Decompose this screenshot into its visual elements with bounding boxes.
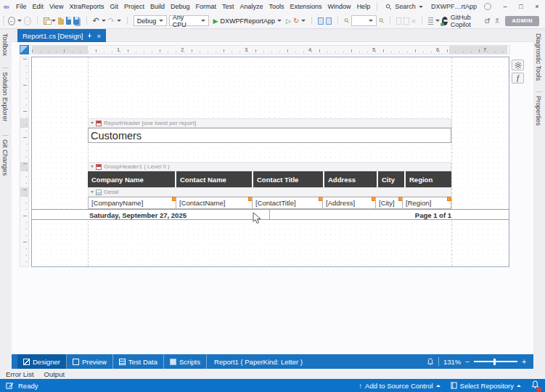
field-cell-contact-name[interactable]: [ContactName]: [176, 197, 253, 209]
save-icon[interactable]: [66, 17, 71, 25]
admin-button[interactable]: ADMIN: [505, 16, 539, 26]
field-cell-city[interactable]: [City]: [375, 197, 403, 209]
zoom-out-button[interactable]: −: [465, 358, 470, 366]
menu-debug[interactable]: Debug: [168, 3, 193, 10]
header-cell-region[interactable]: Region: [406, 171, 451, 187]
pin-icon[interactable]: [87, 33, 92, 38]
open-folder-icon[interactable]: [58, 19, 64, 25]
report-tasks-gear-button[interactable]: [512, 60, 524, 70]
start-debugging-button[interactable]: ▶ DXWPFReportApp: [211, 17, 284, 25]
collapse-chevron-icon[interactable]: [91, 122, 94, 124]
debug-configuration-select[interactable]: Debug: [134, 15, 167, 26]
zoom-out-icon[interactable]: [379, 17, 384, 25]
new-project-icon[interactable]: [44, 17, 49, 25]
hot-reload-dropdown[interactable]: [301, 20, 306, 22]
menu-help[interactable]: Help: [354, 3, 374, 10]
group-header-band-strip[interactable]: GroupHeader1 ( Level 0 ): [88, 162, 451, 171]
menu-build[interactable]: Build: [147, 3, 168, 10]
report-explorer-icon[interactable]: [318, 17, 324, 25]
navigate-back-dropdown[interactable]: [17, 20, 22, 22]
sidebar-tab-solution-explorer[interactable]: Solution Explorer: [1, 72, 9, 122]
detail-band-strip[interactable]: Detail: [88, 187, 451, 197]
title-bar: ∞ File Edit View XtraReports Git Project…: [0, 0, 545, 13]
sidebar-tab-toolbox[interactable]: Toolbox: [1, 33, 9, 56]
new-project-dropdown[interactable]: [52, 20, 56, 22]
tab-preview[interactable]: Preview: [67, 354, 113, 369]
zoom-slider[interactable]: [474, 361, 517, 362]
sidebar-tab-diagnostic-tools[interactable]: Diagnostic Tools: [535, 33, 542, 81]
menu-extensions[interactable]: Extensions: [287, 3, 325, 10]
menu-test[interactable]: Test: [219, 3, 237, 10]
zoom-slider-thumb[interactable]: [493, 359, 496, 365]
smart-tag[interactable]: [447, 197, 451, 201]
menu-edit[interactable]: Edit: [30, 3, 47, 10]
close-button[interactable]: ×: [529, 3, 545, 10]
menu-file[interactable]: File: [13, 3, 30, 10]
maximize-button[interactable]: □: [513, 3, 529, 10]
sidebar-tab-properties[interactable]: Properties: [535, 96, 542, 126]
notifications-button[interactable]: [531, 380, 539, 391]
feedback-icon[interactable]: [484, 3, 491, 10]
navigate-back-icon[interactable]: ←: [8, 17, 15, 25]
undo-icon[interactable]: ↶: [93, 16, 99, 25]
github-copilot-button[interactable]: GitHub Copilot: [442, 14, 479, 28]
field-cell-region[interactable]: [Region]: [402, 197, 451, 209]
arrange-items-icon[interactable]: [428, 17, 433, 25]
report-header-band-strip[interactable]: ReportHeader [one band per report]: [88, 118, 451, 128]
tab-error-list[interactable]: Error List: [6, 370, 34, 378]
menu-format[interactable]: Format: [193, 3, 220, 10]
sidebar-tab-git-changes[interactable]: Git Changes: [1, 139, 9, 176]
menu-xtrareports[interactable]: XtraReports: [66, 3, 107, 10]
minimize-button[interactable]: –: [497, 3, 513, 10]
select-repository-button[interactable]: Select Repository: [451, 382, 521, 390]
menu-tools[interactable]: Tools: [266, 3, 287, 10]
tab-test-data[interactable]: Test Data: [113, 354, 164, 369]
page-info-label[interactable]: Page 1 of 1: [269, 211, 451, 219]
platform-select[interactable]: Any CPU: [169, 15, 209, 26]
zoom-in-button[interactable]: +: [522, 358, 526, 366]
header-cell-contact-name[interactable]: Contact Name: [176, 171, 253, 187]
print-date-label[interactable]: Saturday, September 27, 2025: [89, 211, 187, 219]
menu-view[interactable]: View: [46, 3, 66, 10]
ruler-corner-select-icon[interactable]: [20, 45, 29, 54]
add-user-icon[interactable]: [495, 17, 500, 25]
header-cell-contact-title[interactable]: Contact Title: [253, 171, 324, 187]
zoom-level-combo[interactable]: [351, 15, 376, 26]
page-footer-row[interactable]: Saturday, September 27, 2025 Page 1 of 1: [32, 209, 509, 220]
undo-dropdown[interactable]: [102, 20, 106, 22]
header-cell-address[interactable]: Address: [324, 171, 378, 187]
table-header-row[interactable]: Company Name Contact Name Contact Title …: [88, 171, 451, 187]
tab-designer[interactable]: Designer: [17, 354, 67, 369]
report-title-label[interactable]: Customers: [88, 128, 451, 143]
header-cell-company-name[interactable]: Company Name: [88, 171, 176, 187]
tab-scripts[interactable]: Scripts: [164, 354, 207, 369]
menu-project[interactable]: Project: [121, 3, 147, 10]
menu-analyze[interactable]: Analyze: [237, 3, 266, 10]
close-icon[interactable]: ×: [97, 32, 101, 40]
field-list-icon[interactable]: [326, 17, 332, 25]
detail-row[interactable]: [CompanyName] [ContactName] [ContactTitl…: [88, 197, 451, 209]
redo-dropdown[interactable]: [117, 20, 121, 22]
field-cell-company-name[interactable]: [CompanyName]: [88, 197, 176, 209]
scripts-fx-button[interactable]: f: [512, 73, 524, 83]
menu-window[interactable]: Window: [325, 3, 354, 10]
toolbar-grip[interactable]: [3, 16, 4, 25]
report-page[interactable]: ReportHeader [one band per report] Custo…: [31, 57, 509, 267]
header-cell-city[interactable]: City: [378, 171, 406, 187]
bell-icon[interactable]: [427, 358, 434, 366]
field-cell-address[interactable]: [Address]: [322, 197, 376, 209]
add-to-source-control-button[interactable]: ↑ Add to Source Control: [358, 382, 440, 390]
tab-output[interactable]: Output: [44, 370, 65, 378]
zoom-in-icon[interactable]: [344, 17, 349, 25]
tab-report1-design[interactable]: Report1.cs [Design] ×: [17, 29, 106, 42]
arrange-items-dropdown[interactable]: [435, 20, 440, 22]
save-all-icon[interactable]: [73, 17, 78, 25]
hot-reload-icon[interactable]: ↻: [293, 17, 299, 25]
menu-git[interactable]: Git: [107, 3, 121, 10]
field-cell-contact-title[interactable]: [ContactTitle]: [252, 197, 323, 209]
collapse-chevron-icon[interactable]: [91, 166, 94, 168]
start-without-debugging-icon[interactable]: ▷: [286, 17, 291, 25]
search-box[interactable]: Search: [385, 3, 423, 10]
share-session-icon[interactable]: [485, 17, 490, 25]
collapse-chevron-icon[interactable]: [91, 191, 94, 193]
